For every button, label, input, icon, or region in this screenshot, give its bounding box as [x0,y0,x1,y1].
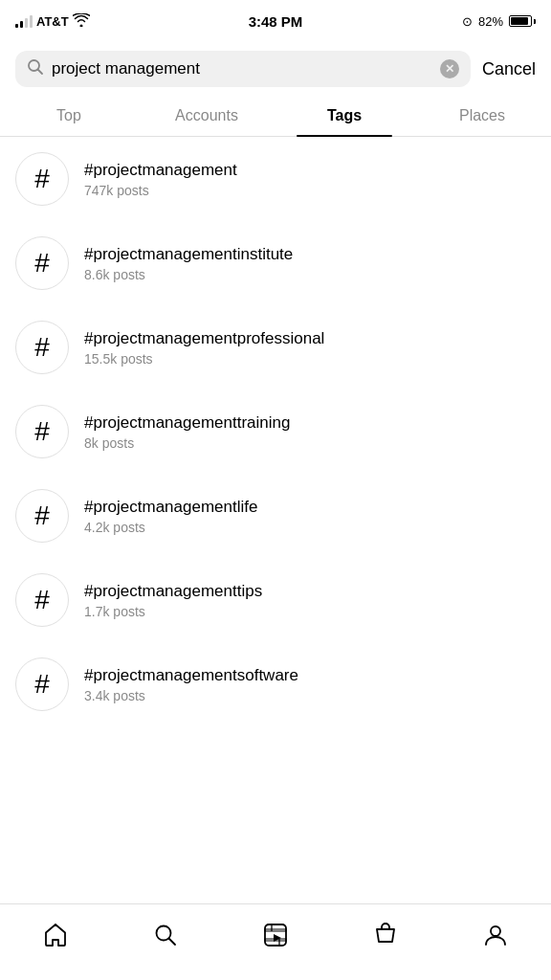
nav-shop[interactable] [362,914,409,956]
hash-icon: # [15,657,69,711]
status-left: AT&T [15,13,90,30]
search-bar: project management ✕ Cancel [0,42,551,96]
nav-home[interactable] [32,914,79,956]
reels-icon [263,923,288,947]
nav-profile[interactable] [472,914,519,956]
tag-item[interactable]: # #projectmanagement 747k posts [0,137,551,221]
tag-item[interactable]: # #projectmanagementinstitute 8.6k posts [0,221,551,305]
battery-percentage: 82% [478,14,503,29]
tag-name: #projectmanagementlife [84,498,257,517]
tag-info: #projectmanagementinstitute 8.6k posts [84,245,293,282]
tag-info: #projectmanagementprofessional 15.5k pos… [84,329,324,367]
search-tabs: Top Accounts Tags Places [0,96,551,137]
tag-info: #projectmanagementtips 1.7k posts [84,582,262,619]
tab-accounts[interactable]: Accounts [138,96,276,136]
search-query[interactable]: project management [52,59,432,78]
wifi-icon [73,13,90,30]
tag-item[interactable]: # #projectmanagementprofessional 15.5k p… [0,305,551,390]
tab-top[interactable]: Top [0,96,138,136]
carrier-label: AT&T [36,14,69,29]
tab-places[interactable]: Places [413,96,551,136]
hash-icon: # [15,152,69,206]
tag-posts: 3.4k posts [84,688,298,703]
tab-tags[interactable]: Tags [276,96,413,136]
record-icon: ⊙ [462,14,473,29]
tag-posts: 8.6k posts [84,267,293,282]
search-icon [27,58,44,79]
tag-info: #projectmanagement 747k posts [84,161,237,198]
hash-icon: # [15,236,69,290]
search-nav-icon [153,923,178,947]
status-bar: AT&T 3:48 PM ⊙ 82% [0,0,551,42]
battery-icon [509,15,536,27]
tag-item[interactable]: # #projectmanagementlife 4.2k posts [0,474,551,558]
profile-icon [483,923,508,947]
tag-list: # #projectmanagement 747k posts # #proje… [0,137,551,726]
clear-search-button[interactable]: ✕ [440,59,459,78]
tag-info: #projectmanagementsoftware 3.4k posts [84,666,298,703]
svg-line-1 [38,70,43,75]
hash-icon: # [15,321,69,374]
signal-icon [15,14,33,28]
tag-name: #projectmanagementprofessional [84,329,324,348]
tag-posts: 8k posts [84,435,290,451]
cancel-button[interactable]: Cancel [482,59,536,79]
tag-item[interactable]: # #projectmanagementsoftware 3.4k posts [0,642,551,726]
shop-icon [373,923,398,947]
hash-icon: # [15,489,69,543]
tag-name: #projectmanagementtips [84,582,262,601]
svg-line-3 [168,938,175,945]
tag-item[interactable]: # #projectmanagementtraining 8k posts [0,390,551,474]
hash-icon: # [15,573,69,627]
status-time: 3:48 PM [249,13,303,30]
nav-search[interactable] [142,914,189,956]
tag-name: #projectmanagementsoftware [84,666,298,685]
tag-name: #projectmanagementinstitute [84,245,293,264]
tag-posts: 1.7k posts [84,604,262,619]
tag-info: #projectmanagementlife 4.2k posts [84,498,257,535]
hash-icon: # [15,405,69,458]
tag-name: #projectmanagement [84,161,237,180]
svg-rect-5 [265,929,286,931]
tag-posts: 15.5k posts [84,351,324,367]
search-input-wrapper[interactable]: project management ✕ [15,51,471,87]
tag-posts: 747k posts [84,183,237,198]
tag-posts: 4.2k posts [84,520,257,535]
tag-name: #projectmanagementtraining [84,413,290,433]
home-icon [43,923,68,947]
status-right: ⊙ 82% [462,14,536,29]
svg-point-10 [491,926,500,936]
nav-reels[interactable] [252,914,299,956]
tag-item[interactable]: # #projectmanagementtips 1.7k posts [0,558,551,642]
tag-info: #projectmanagementtraining 8k posts [84,413,290,451]
bottom-nav [0,903,551,980]
